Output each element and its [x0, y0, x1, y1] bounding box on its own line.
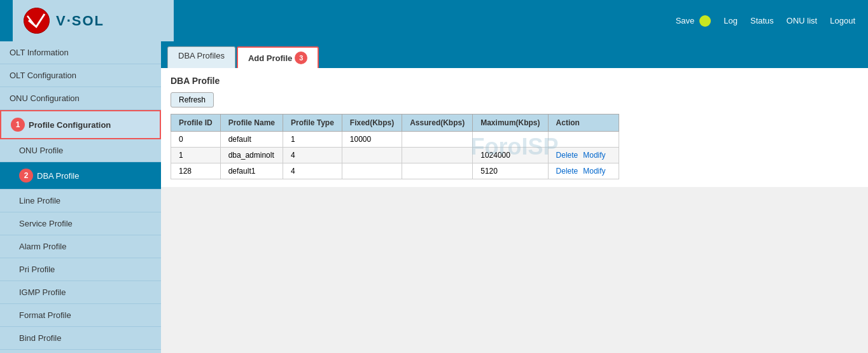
cell-2-4: [402, 163, 473, 179]
col-profile-id: Profile ID: [171, 114, 221, 132]
cell-2-3: [342, 163, 402, 179]
cell-1-2: 4: [283, 148, 342, 163]
sidebar-item-profile-config[interactable]: 1 Profile Configuration: [0, 110, 161, 139]
sidebar-item-pri-profile[interactable]: Pri Profile: [0, 258, 161, 281]
table-row: 0default110000: [171, 132, 619, 148]
cell-0-4: [402, 132, 473, 148]
header-right: Save Log Status ONU list Logout: [676, 15, 855, 27]
cell-action-1: DeleteModify: [548, 148, 619, 163]
table-header-row: Profile ID Profile Name Profile Type Fix…: [171, 114, 619, 132]
dba-profile-label: DBA Profile: [37, 171, 79, 181]
sidebar-item-onu-profile[interactable]: ONU Profile: [0, 139, 161, 162]
svg-point-0: [24, 8, 50, 34]
status-dot: [699, 15, 711, 27]
action-modify-1[interactable]: Modify: [583, 151, 605, 160]
cell-2-0: 128: [171, 163, 221, 179]
nav-onu-list[interactable]: ONU list: [787, 16, 817, 25]
header-nav: Log Status ONU list Logout: [724, 16, 855, 25]
dba-profile-table: Profile ID Profile Name Profile Type Fix…: [171, 114, 619, 179]
cell-0-0: 0: [171, 132, 221, 148]
page-title: DBA Profile: [171, 76, 858, 86]
cell-action-0: [548, 132, 619, 148]
sidebar-item-format-profile[interactable]: Format Profile: [0, 304, 161, 327]
logo-area: V·SOL: [13, 0, 174, 41]
add-profile-label: Add Profile: [248, 53, 292, 63]
col-assured: Assured(Kbps): [402, 114, 473, 132]
col-profile-name: Profile Name: [220, 114, 283, 132]
save-label: Save: [676, 16, 695, 25]
col-fixed: Fixed(Kbps): [342, 114, 402, 132]
content-area: DBA Profile Refresh ForoISP Profile ID P…: [161, 68, 868, 187]
sidebar: OLT Information OLT Configuration ONU Co…: [0, 41, 161, 353]
cell-0-2: 1: [283, 132, 342, 148]
cell-1-5: 1024000: [473, 148, 548, 163]
header: V·SOL Save Log Status ONU list Logout: [0, 0, 868, 41]
sidebar-item-service-profile[interactable]: Service Profile: [0, 212, 161, 235]
header-save: Save: [676, 15, 711, 27]
layout: OLT Information OLT Configuration ONU Co…: [0, 41, 868, 353]
cell-0-1: default: [220, 132, 283, 148]
add-profile-badge: 3: [295, 52, 307, 64]
profile-config-badge: 1: [11, 118, 25, 132]
action-delete-1[interactable]: Delete: [556, 151, 578, 160]
col-maximum: Maximum(Kbps): [473, 114, 548, 132]
sidebar-item-onu-config[interactable]: ONU Configuration: [0, 87, 161, 110]
nav-logout[interactable]: Logout: [830, 16, 855, 25]
nav-status[interactable]: Status: [750, 16, 774, 25]
cell-2-5: 5120: [473, 163, 548, 179]
sidebar-item-dba-profile[interactable]: 2 DBA Profile: [0, 162, 161, 190]
sidebar-item-olt-info[interactable]: OLT Information: [0, 41, 161, 64]
tab-dba-profiles[interactable]: DBA Profiles: [167, 46, 235, 68]
cell-1-4: [402, 148, 473, 163]
logo-text: V·SOL: [56, 13, 104, 29]
action-delete-2[interactable]: Delete: [556, 167, 578, 176]
main-content: DBA Profiles Add Profile 3 DBA Profile R…: [161, 41, 868, 353]
table-row: 128default145120DeleteModify: [171, 163, 619, 179]
sidebar-item-igmp-profile[interactable]: IGMP Profile: [0, 281, 161, 304]
action-modify-2[interactable]: Modify: [583, 167, 605, 176]
sidebar-item-system-config[interactable]: System Configuration: [0, 350, 161, 353]
profile-config-label: Profile Configuration: [29, 120, 111, 130]
cell-0-3: 10000: [342, 132, 402, 148]
col-profile-type: Profile Type: [283, 114, 342, 132]
sidebar-item-bind-profile[interactable]: Bind Profile: [0, 327, 161, 350]
vsol-logo-icon: [22, 6, 51, 35]
cell-action-2: DeleteModify: [548, 163, 619, 179]
table-body: 0default1100001dba_adminolt41024000Delet…: [171, 132, 619, 179]
sidebar-item-alarm-profile[interactable]: Alarm Profile: [0, 235, 161, 258]
cell-2-1: default1: [220, 163, 283, 179]
refresh-button[interactable]: Refresh: [171, 92, 214, 107]
tabs-bar: DBA Profiles Add Profile 3: [161, 41, 868, 68]
cell-1-0: 1: [171, 148, 221, 163]
sidebar-item-line-profile[interactable]: Line Profile: [0, 190, 161, 212]
tab-add-profile[interactable]: Add Profile 3: [237, 46, 319, 68]
col-action: Action: [548, 114, 619, 132]
table-wrapper: ForoISP Profile ID Profile Name Profile …: [171, 114, 858, 179]
sidebar-item-olt-config[interactable]: OLT Configuration: [0, 64, 161, 87]
cell-2-2: 4: [283, 163, 342, 179]
table-row: 1dba_adminolt41024000DeleteModify: [171, 148, 619, 163]
dba-profile-badge: 2: [19, 169, 33, 183]
cell-0-5: [473, 132, 548, 148]
nav-log[interactable]: Log: [724, 16, 738, 25]
cell-1-1: dba_adminolt: [220, 148, 283, 163]
cell-1-3: [342, 148, 402, 163]
